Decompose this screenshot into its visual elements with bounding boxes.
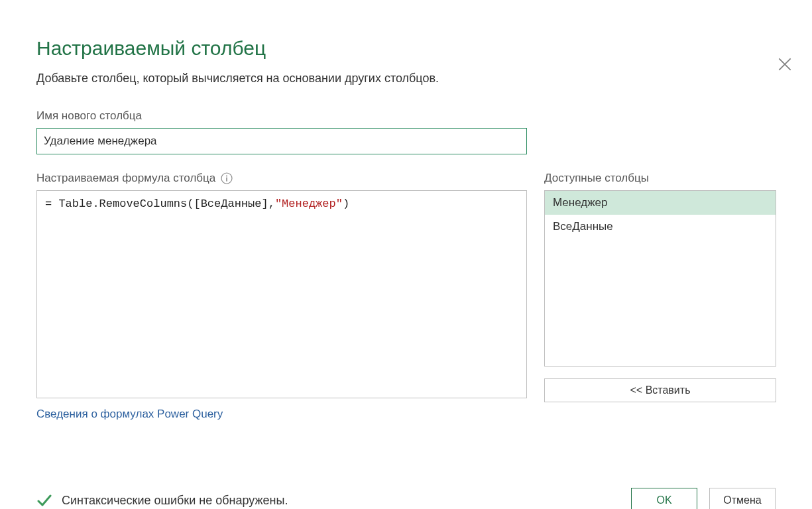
cancel-button[interactable]: Отмена — [709, 488, 776, 509]
svg-rect-2 — [226, 178, 227, 182]
check-icon — [36, 492, 52, 508]
available-columns-list[interactable]: Менеджер ВсеДанные — [544, 190, 776, 367]
custom-column-dialog: Настраиваемый столбец Добавьте столбец, … — [0, 37, 812, 509]
close-icon[interactable] — [776, 56, 793, 73]
available-columns-label: Доступные столбцы — [544, 172, 776, 185]
info-icon[interactable] — [221, 172, 233, 184]
dialog-subtitle: Добавьте столбец, который вычисляется на… — [36, 72, 776, 85]
formula-help-link[interactable]: Сведения о формулах Power Query — [36, 408, 223, 421]
insert-button[interactable]: << Вставить — [544, 378, 776, 402]
ok-button[interactable]: OK — [631, 488, 697, 509]
status-text: Синтаксические ошибки не обнаружены. — [62, 494, 288, 508]
list-item[interactable]: Менеджер — [545, 191, 776, 215]
list-item[interactable]: ВсеДанные — [545, 215, 776, 239]
svg-point-1 — [226, 175, 227, 176]
column-name-label: Имя нового столбца — [36, 109, 776, 123]
dialog-title: Настраиваемый столбец — [36, 37, 776, 60]
column-name-input[interactable] — [36, 128, 527, 154]
formula-input[interactable]: = Table.RemoveColumns([ВсеДанные],"Менед… — [36, 190, 527, 398]
formula-label: Настраиваемая формула столбца — [36, 172, 215, 185]
